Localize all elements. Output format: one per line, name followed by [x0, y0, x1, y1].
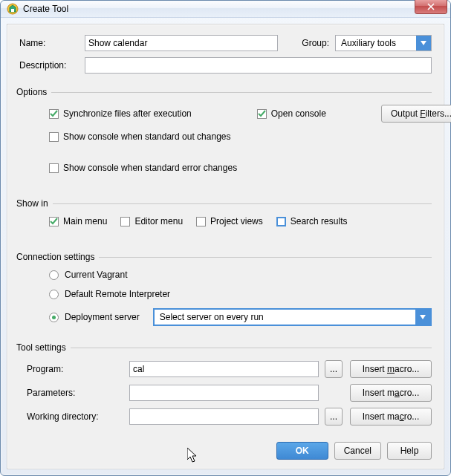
chevron-down-icon	[415, 310, 430, 325]
parameters-label: Parameters:	[27, 388, 123, 398]
program-browse-button[interactable]: ...	[325, 360, 343, 378]
options-group: Options Synchronize files after executio…	[19, 87, 432, 186]
show-in-legend: Show in	[16, 198, 53, 209]
cursor-icon	[187, 448, 201, 464]
help-button[interactable]: Help	[387, 442, 432, 460]
group-label: Group:	[302, 38, 329, 48]
workdir-label: Working directory:	[27, 411, 123, 422]
options-legend: Options	[16, 87, 51, 97]
parameters-input[interactable]	[129, 385, 319, 401]
connection-legend: Connection settings	[16, 252, 99, 262]
checkbox-icon	[196, 217, 206, 226]
checkbox-icon	[120, 217, 130, 226]
radio-icon	[49, 270, 59, 280]
program-macro-button[interactable]: Insert macro...	[350, 360, 432, 378]
program-input[interactable]	[129, 361, 319, 377]
program-label: Program:	[27, 364, 123, 374]
search-results-checkbox[interactable]: Search results	[276, 216, 348, 226]
window-title: Create Tool	[23, 4, 415, 14]
app-icon	[7, 3, 19, 15]
sync-checkbox[interactable]: Synchronize files after execution	[49, 108, 192, 119]
description-input[interactable]	[85, 57, 432, 74]
radio-icon	[49, 313, 59, 322]
deployment-combo-value: Select server on every run	[158, 312, 264, 322]
tool-settings-group: Tool settings Program: ... Insert macro.…	[19, 342, 432, 430]
checkbox-icon	[49, 109, 59, 119]
project-views-checkbox[interactable]: Project views	[196, 216, 263, 226]
deployment-server-radio[interactable]: Deployment server Select server on every…	[49, 308, 432, 326]
dialog-footer: OK Cancel Help	[19, 434, 432, 460]
svg-rect-1	[11, 9, 14, 12]
ok-button[interactable]: OK	[276, 442, 328, 460]
create-tool-dialog: Create Tool Name: Group: Auxiliary tools…	[0, 0, 451, 476]
titlebar[interactable]: Create Tool	[1, 1, 450, 18]
main-menu-checkbox[interactable]: Main menu	[49, 216, 107, 226]
name-label: Name:	[19, 38, 79, 48]
window-close-button[interactable]	[415, 0, 447, 14]
workdir-browse-button[interactable]: ...	[325, 408, 343, 426]
show-stdout-checkbox[interactable]: Show console when standard out changes	[49, 131, 231, 142]
output-filters-button[interactable]: Output Filters...	[381, 105, 451, 123]
checkbox-icon	[49, 163, 59, 173]
editor-menu-checkbox[interactable]: Editor menu	[120, 216, 183, 226]
connection-settings-group: Connection settings Current Vagrant Defa…	[19, 252, 432, 330]
group-combo[interactable]: Auxiliary tools	[335, 35, 432, 51]
parameters-macro-button[interactable]: Insert macro...	[350, 384, 432, 402]
current-vagrant-radio[interactable]: Current Vagrant	[49, 270, 432, 280]
name-input[interactable]	[85, 35, 278, 51]
cancel-button[interactable]: Cancel	[334, 442, 381, 460]
chevron-down-icon	[416, 36, 431, 50]
checkbox-icon	[49, 217, 59, 226]
tool-legend: Tool settings	[16, 342, 71, 353]
radio-icon	[49, 290, 59, 299]
workdir-input[interactable]	[129, 408, 319, 425]
checkbox-icon	[276, 217, 286, 226]
dialog-body: Name: Group: Auxiliary tools Description…	[7, 24, 444, 469]
deployment-server-combo[interactable]: Select server on every run	[153, 308, 432, 326]
group-combo-value: Auxiliary tools	[339, 38, 396, 48]
checkbox-icon	[49, 132, 59, 142]
show-in-group: Show in Main menu Editor menu Project vi…	[19, 198, 432, 240]
default-remote-radio[interactable]: Default Remote Interpreter	[49, 289, 432, 299]
workdir-macro-button[interactable]: Insert macro...	[350, 408, 432, 426]
show-stderr-checkbox[interactable]: Show console when standard error changes	[49, 163, 237, 173]
checkbox-icon	[257, 109, 267, 119]
open-console-checkbox[interactable]: Open console	[257, 108, 326, 119]
description-label: Description:	[19, 60, 79, 71]
